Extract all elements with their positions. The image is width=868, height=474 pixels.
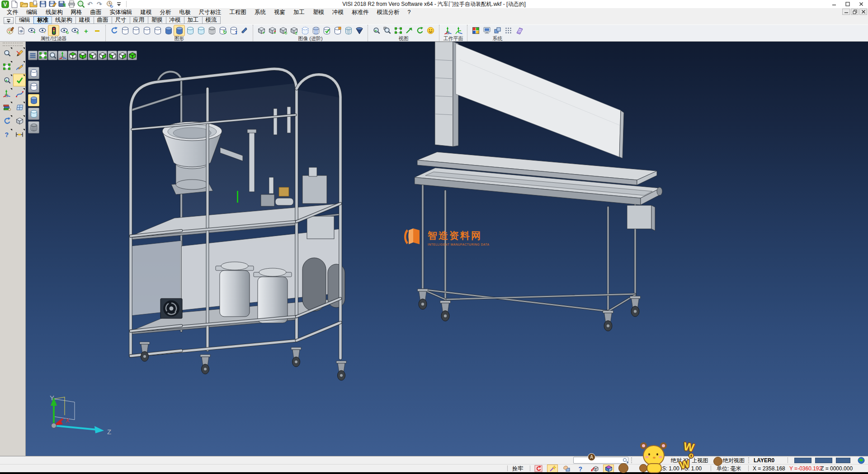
globe-icon[interactable] <box>856 457 866 464</box>
shaded-cube-icon[interactable] <box>604 465 613 472</box>
color-swatch[interactable] <box>794 458 811 463</box>
validate-solid-icon[interactable] <box>321 25 332 36</box>
funnel-icon[interactable] <box>354 25 364 36</box>
show-all-icon[interactable]: + <box>81 25 91 36</box>
fit-view-icon[interactable] <box>38 51 47 60</box>
menu-item[interactable]: 视窗 <box>270 8 289 16</box>
hidden-line-view-icon[interactable] <box>131 25 141 36</box>
menu-item[interactable]: 线架构 <box>42 8 67 16</box>
zoom-inout-icon[interactable]: ± <box>1 74 13 86</box>
menu-item[interactable]: 文件 <box>3 8 22 16</box>
toolbar-tab-冲模[interactable]: 冲模 <box>166 16 184 24</box>
toolbar-tab-模流[interactable]: 模流 <box>202 16 221 24</box>
menu-item[interactable]: 分析 <box>156 8 175 16</box>
mdi-close-button[interactable] <box>859 9 867 15</box>
wireframe-display-icon[interactable] <box>28 67 39 79</box>
menu-item[interactable]: 编辑 <box>22 8 42 16</box>
hand-select-icon[interactable] <box>561 465 571 472</box>
toolbar-tab-曲面[interactable]: 曲面 <box>94 16 112 24</box>
view-left-icon[interactable] <box>108 51 117 60</box>
menu-item[interactable]: 尺寸标注 <box>195 8 226 16</box>
invert-visibility-icon[interactable]: ± <box>70 25 80 36</box>
menu-item[interactable]: 实体编辑 <box>106 8 137 16</box>
toolbar-tab-线架构[interactable]: 线架构 <box>52 16 76 24</box>
view-iso-icon[interactable] <box>127 51 137 60</box>
menu-item[interactable]: 模流分析 <box>373 8 404 16</box>
menu-item[interactable]: 曲面 <box>86 8 106 16</box>
workplane-edit-icon[interactable] <box>453 25 464 36</box>
toolbar-tab-编辑[interactable]: 编辑 <box>15 16 34 24</box>
transparent-display-icon[interactable] <box>28 121 39 133</box>
snap-grid-icon[interactable] <box>503 25 514 36</box>
magic-wand-icon[interactable] <box>547 465 557 472</box>
copy-image-icon[interactable] <box>332 25 343 36</box>
close-button[interactable] <box>854 0 868 8</box>
selection-filter-icon[interactable] <box>48 25 59 36</box>
shaded-cube-icon[interactable] <box>14 115 25 127</box>
3d-scene-canvas[interactable]: Y Z X <box>26 42 868 456</box>
measure-distance-icon[interactable] <box>14 128 25 140</box>
mdi-minimize-button[interactable] <box>842 9 850 15</box>
toolbar-tab-应用[interactable]: 应用 <box>130 16 148 24</box>
hide-entities-icon[interactable]: - <box>38 25 48 36</box>
erase-icon[interactable] <box>14 47 25 59</box>
wireframe-image-icon[interactable] <box>343 25 354 36</box>
regenerate-icon[interactable] <box>1 115 13 127</box>
zoom-inout-icon[interactable]: ± <box>371 25 382 36</box>
view-bottom-icon[interactable] <box>78 51 87 60</box>
striped-view-icon[interactable] <box>311 25 321 36</box>
menu-item[interactable]: 系统 <box>250 8 270 16</box>
pane-window-icon[interactable] <box>14 101 25 113</box>
view-front-icon[interactable] <box>88 51 97 60</box>
menu-item[interactable]: ? <box>404 8 415 16</box>
render-filter-icon[interactable] <box>267 25 278 36</box>
shaded-edges-view-icon[interactable] <box>174 25 184 36</box>
dynamic-zoom-icon[interactable] <box>1 47 13 59</box>
refresh-render-icon[interactable]: ↻ <box>278 25 288 36</box>
menu-item[interactable]: 冲模 <box>328 8 348 16</box>
flat-view-icon[interactable] <box>152 25 163 36</box>
help-question-icon[interactable]: ? <box>576 465 585 472</box>
toggle-render-icon[interactable]: ± <box>289 25 299 36</box>
assembly-cubes-icon[interactable] <box>492 25 503 36</box>
shaded-edges-display-icon[interactable] <box>28 108 39 120</box>
attributes-paint-icon[interactable] <box>5 25 15 36</box>
context-help-icon[interactable]: ? <box>1 128 13 140</box>
import-solid-icon[interactable]: ↧ <box>228 25 239 36</box>
toolbar-tab-标准[interactable]: 标准 <box>33 16 52 24</box>
arrow-cube-icon[interactable] <box>590 465 599 472</box>
menu-item[interactable]: 工程图 <box>226 8 251 16</box>
menu-item[interactable]: 标准件 <box>348 8 373 16</box>
section-view-icon[interactable] <box>300 25 310 36</box>
shaded-display-icon[interactable] <box>28 94 39 106</box>
fit-view-icon[interactable] <box>1 61 13 72</box>
layer-indicator[interactable]: LAYER0 <box>754 457 774 464</box>
move-origin-icon[interactable] <box>1 88 13 100</box>
regen-solids-icon[interactable]: ↻ <box>217 25 228 36</box>
mesh-view-icon[interactable] <box>207 25 217 36</box>
pan-arrow-icon[interactable] <box>404 25 414 36</box>
rotate-view-icon[interactable] <box>415 25 425 36</box>
hidden-dashed-view-icon[interactable] <box>142 25 152 36</box>
toolbar-tab-加工[interactable]: 加工 <box>184 16 203 24</box>
transparent-view-icon[interactable] <box>185 25 195 36</box>
view-back-icon[interactable] <box>118 51 127 60</box>
toolbar-tab-建模[interactable]: 建模 <box>75 16 94 24</box>
half-box-icon[interactable] <box>648 465 658 472</box>
layer-books-icon[interactable] <box>1 101 13 113</box>
attributes-page-icon[interactable] <box>16 25 26 36</box>
refresh-red-icon[interactable] <box>533 465 543 472</box>
graphics-settings-icon[interactable] <box>239 25 250 36</box>
shaded-view-icon[interactable] <box>163 25 174 36</box>
search-input[interactable] <box>573 457 628 464</box>
menu-item[interactable]: 建模 <box>137 8 156 16</box>
show-entities-icon[interactable]: + <box>27 25 37 36</box>
wireframe-view-icon[interactable] <box>120 25 130 36</box>
curve-edit-icon[interactable] <box>14 88 25 100</box>
view-smiley-icon[interactable] <box>425 25 436 36</box>
hidden-line-display-icon[interactable] <box>28 81 39 93</box>
toolbar-tab-塑膜[interactable]: 塑膜 <box>148 16 166 24</box>
menu-item[interactable]: 塑模 <box>309 8 328 16</box>
3d-viewport[interactable]: Y Z X 智造资料网 INTELLIGENT MANUFACTURING DA… <box>26 42 868 456</box>
zoom-selected-icon[interactable] <box>382 25 392 36</box>
